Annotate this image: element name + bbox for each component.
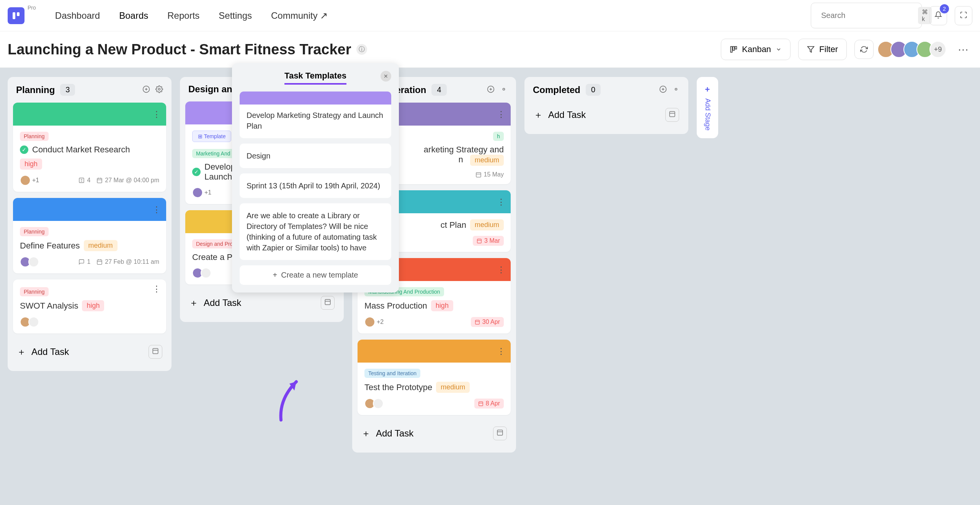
nav-dashboard[interactable]: Dashboard xyxy=(55,10,100,21)
card-menu-icon[interactable]: ⋮ xyxy=(152,109,161,119)
app-logo[interactable] xyxy=(8,7,24,24)
card-cover: ⋮ xyxy=(13,198,166,221)
priority-badge: high xyxy=(431,300,453,311)
assignees[interactable]: +2 xyxy=(364,317,384,327)
info-icon[interactable]: ⓘ xyxy=(356,44,367,55)
nav-boards[interactable]: Boards xyxy=(119,10,148,21)
view-switcher[interactable]: Kanban xyxy=(721,39,791,60)
card-tag: Testing and Iteration xyxy=(364,369,420,378)
template-item[interactable]: Develop Marketing Strategy and Launch Pl… xyxy=(240,92,391,138)
kanban-board: Planning 3 ⋮ Planning ✓ Conduct Market R… xyxy=(0,68,980,462)
add-task-label: Add Task xyxy=(548,109,586,120)
priority-badge: medium xyxy=(470,219,504,230)
nav-reports[interactable]: Reports xyxy=(167,10,199,21)
card-date-pill: 8 Apr xyxy=(474,399,504,409)
template-item[interactable]: Sprint 13 (15th April to 19th April, 202… xyxy=(240,173,391,198)
assignees[interactable] xyxy=(192,268,211,278)
task-card[interactable]: ⋮ Testing and Iteration Test the Prototy… xyxy=(358,340,511,415)
task-card[interactable]: ⋮ Planning SWOT Analysis high xyxy=(13,279,166,333)
kanban-icon xyxy=(730,46,737,53)
plus-icon: ＋ xyxy=(534,109,543,121)
svg-point-44 xyxy=(675,88,677,90)
priority-badge: high xyxy=(82,300,104,311)
nav-settings[interactable]: Settings xyxy=(219,10,252,21)
task-card[interactable]: ⋮ Planning Define Features medium 1 27 F… xyxy=(13,198,166,273)
comments-count: 1 xyxy=(78,258,90,265)
add-task-row: ＋ Add Task xyxy=(530,103,683,127)
card-date-pill: 30 Apr xyxy=(471,317,504,327)
assignees[interactable] xyxy=(364,398,384,409)
card-menu-icon[interactable]: ⋮ xyxy=(497,197,505,207)
priority-badge: high xyxy=(20,159,42,170)
priority-badge: medium xyxy=(436,382,470,393)
card-cover: ⋮ xyxy=(13,103,166,126)
add-card-icon[interactable] xyxy=(142,85,150,95)
notifications-button[interactable]: 2 xyxy=(929,6,947,25)
assignees[interactable] xyxy=(20,257,39,267)
nav-community[interactable]: Community ↗ xyxy=(271,10,328,21)
notifications-count: 2 xyxy=(940,4,949,13)
assignees[interactable]: +1 xyxy=(192,187,211,198)
member-avatars[interactable]: +9 xyxy=(881,41,946,58)
svg-point-30 xyxy=(503,88,505,90)
assignee-overflow: +1 xyxy=(204,189,211,196)
template-item[interactable]: Design xyxy=(240,144,391,168)
svg-rect-15 xyxy=(97,178,102,183)
column-settings-icon[interactable] xyxy=(155,85,163,95)
card-date: 27 Feb @ 10:11 am xyxy=(96,258,159,265)
refresh-icon xyxy=(860,46,868,53)
main-nav: Dashboard Boards Reports Settings Commun… xyxy=(55,10,328,21)
column-actions xyxy=(659,85,680,95)
view-label: Kanban xyxy=(742,44,771,54)
column-settings-icon[interactable] xyxy=(672,85,680,95)
add-task-button[interactable]: ＋ Add Task xyxy=(361,427,413,440)
add-card-icon[interactable] xyxy=(487,85,495,95)
refresh-button[interactable] xyxy=(854,40,874,59)
fullscreen-button[interactable] xyxy=(955,6,972,25)
add-task-label: Add Task xyxy=(204,297,241,308)
add-stage-button[interactable]: + Add Stage xyxy=(697,77,718,138)
filter-button[interactable]: Filter xyxy=(798,39,847,60)
add-task-button[interactable]: ＋ Add Task xyxy=(534,109,586,121)
card-title: Test the Prototype xyxy=(364,382,432,392)
card-menu-icon[interactable]: ⋮ xyxy=(497,109,505,119)
card-menu-icon[interactable]: ⋮ xyxy=(152,284,161,294)
card-menu-icon[interactable]: ⋮ xyxy=(152,205,161,215)
card-tag: Planning xyxy=(20,132,49,141)
task-template-icon[interactable] xyxy=(665,108,679,122)
add-task-button[interactable]: ＋ Add Task xyxy=(17,346,69,358)
task-card[interactable]: ⋮ Planning ✓ Conduct Market Research hig… xyxy=(13,103,166,192)
template-item[interactable]: Are we able to create a Library or Direc… xyxy=(240,203,391,260)
subtasks-count: 4 xyxy=(78,177,90,184)
assignees[interactable]: +1 xyxy=(20,175,39,186)
plus-icon: ＋ xyxy=(17,346,26,358)
main-header: Pro Dashboard Boards Reports Settings Co… xyxy=(0,0,980,31)
avatar-overflow[interactable]: +9 xyxy=(929,41,946,58)
card-menu-icon[interactable]: ⋮ xyxy=(497,265,505,275)
add-card-icon[interactable] xyxy=(659,85,667,95)
column-title: Planning xyxy=(16,85,55,95)
popover-close-icon[interactable]: ✕ xyxy=(381,71,391,82)
svg-rect-12 xyxy=(79,178,84,183)
task-template-icon[interactable] xyxy=(149,345,162,359)
svg-point-11 xyxy=(158,88,160,90)
search-input[interactable] xyxy=(821,11,918,20)
search-box[interactable]: ⌘ k xyxy=(811,3,922,28)
svg-rect-35 xyxy=(475,320,479,324)
add-task-label: Add Task xyxy=(376,428,413,439)
template-cover xyxy=(240,92,391,105)
svg-rect-4 xyxy=(731,47,732,52)
add-task-row: ＋ Add Task xyxy=(185,291,338,315)
task-template-icon[interactable] xyxy=(493,427,507,440)
create-template-button[interactable]: + Create a new template xyxy=(240,265,391,285)
column-actions xyxy=(142,85,163,95)
column-settings-icon[interactable] xyxy=(500,85,508,95)
header-right: ⌘ k 2 xyxy=(811,3,972,28)
assignee-overflow: +1 xyxy=(32,177,39,184)
more-menu[interactable]: ⋯ xyxy=(954,43,972,56)
add-task-button[interactable]: ＋ Add Task xyxy=(189,297,241,309)
assignee-overflow: +2 xyxy=(377,319,384,325)
assignees[interactable] xyxy=(20,317,39,327)
card-menu-icon[interactable]: ⋮ xyxy=(497,346,505,356)
task-template-icon[interactable] xyxy=(321,296,335,310)
